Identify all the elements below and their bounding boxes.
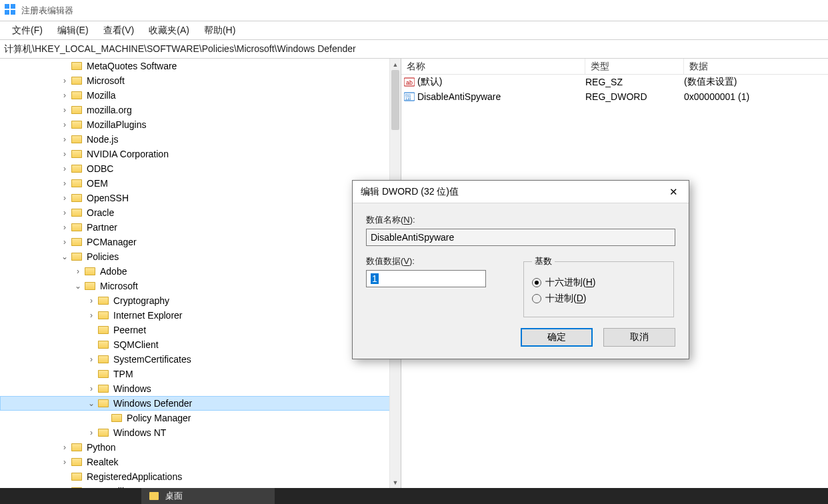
tree-node[interactable]: ›Python — [0, 440, 401, 455]
menu-favorites[interactable]: 收藏夹(A) — [142, 23, 196, 38]
expand-closed-icon[interactable]: › — [60, 91, 69, 100]
expand-closed-icon[interactable]: › — [60, 457, 69, 467]
tree-node[interactable]: TPM — [0, 367, 401, 381]
expand-open-icon[interactable]: ⌄ — [87, 399, 96, 408]
tree-scroll[interactable]: MetaQuotes Software›Microsoft›Mozilla›mo… — [0, 59, 401, 488]
expand-closed-icon[interactable]: › — [60, 164, 69, 173]
ok-button[interactable]: 确定 — [521, 328, 593, 347]
taskbar: 桌面 — [0, 488, 828, 504]
tree-node-label: Policy Manager — [124, 413, 194, 423]
folder-icon — [71, 208, 83, 217]
menu-file[interactable]: 文件(F) — [5, 23, 49, 38]
radio-dec[interactable]: 十进制(D) — [532, 293, 665, 305]
tree-node[interactable]: ›Adobe — [0, 264, 401, 279]
address-bar[interactable]: 计算机\HKEY_LOCAL_MACHINE\SOFTWARE\Policies… — [0, 40, 828, 59]
expand-closed-icon[interactable]: › — [60, 149, 69, 159]
tree-node[interactable]: ›Realtek — [0, 455, 401, 469]
tree-node[interactable]: ›Oracle — [0, 205, 401, 220]
tree-node[interactable]: ›Windows NT — [0, 425, 401, 440]
app-window: 注册表编辑器 文件(F) 编辑(E) 查看(V) 收藏夹(A) 帮助(H) 计算… — [0, 0, 828, 504]
tree-node[interactable]: ›NVIDIA Corporation — [0, 147, 401, 161]
taskbar-item[interactable]: 桌面 — [141, 488, 275, 504]
folder-icon — [97, 311, 109, 320]
expand-closed-icon[interactable]: › — [87, 428, 96, 437]
tree-node[interactable]: SQMClient — [0, 337, 401, 352]
expand-closed-icon[interactable]: › — [60, 443, 69, 452]
expand-closed-icon[interactable]: › — [60, 76, 69, 85]
cancel-button[interactable]: 取消 — [603, 328, 675, 347]
value-data-field[interactable]: 1 — [366, 270, 486, 287]
tree-node[interactable]: ›MozillaPlugins — [0, 117, 401, 132]
expand-closed-icon[interactable]: › — [60, 237, 69, 247]
close-icon[interactable]: ✕ — [667, 186, 681, 198]
tree-node[interactable]: ›ODBC — [0, 161, 401, 176]
tree-node[interactable]: ›OpenSSH — [0, 191, 401, 205]
expand-closed-icon[interactable]: › — [87, 355, 96, 364]
expand-closed-icon[interactable]: › — [60, 120, 69, 129]
value-row[interactable]: 011110DisableAntiSpywareREG_DWORD0x00000… — [401, 89, 828, 104]
expand-closed-icon[interactable]: › — [87, 311, 96, 320]
tree-node[interactable]: MetaQuotes Software — [0, 59, 401, 73]
folder-icon — [71, 135, 83, 144]
app-title: 注册表编辑器 — [21, 5, 73, 17]
expand-open-icon[interactable]: ⌄ — [60, 252, 69, 261]
expand-closed-icon[interactable]: › — [87, 384, 96, 393]
tree-node[interactable]: ⌄Policies — [0, 249, 401, 264]
expand-closed-icon[interactable]: › — [60, 179, 69, 188]
tree-node-label: RegisteredApplications — [84, 471, 185, 482]
scroll-down-icon[interactable]: ▼ — [390, 477, 401, 488]
folder-icon — [97, 369, 109, 379]
col-header-data[interactable]: 数据 — [684, 59, 828, 74]
radio-dec-button[interactable] — [532, 294, 541, 303]
tree-node-label: Partner — [84, 222, 120, 233]
svg-rect-1 — [11, 4, 15, 9]
tree-node-label: Node.js — [84, 134, 121, 145]
tree-node[interactable]: ›Partner — [0, 220, 401, 235]
scroll-thumb[interactable] — [391, 70, 399, 130]
tree-node[interactable]: ›Windows — [0, 381, 401, 396]
menu-edit[interactable]: 编辑(E) — [51, 23, 95, 38]
folder-icon — [71, 91, 83, 100]
expand-closed-icon[interactable]: › — [60, 105, 69, 115]
tree-node[interactable]: ›Node.js — [0, 132, 401, 147]
tree-node-label: Oracle — [84, 207, 117, 218]
tree-node-label: Cryptography — [111, 295, 172, 306]
tree-node[interactable]: ›Internet Explorer — [0, 308, 401, 323]
radio-hex[interactable]: 十六进制(H) — [532, 277, 665, 289]
tree-node-label: Peernet — [111, 325, 149, 335]
tree-node-label: Internet Explorer — [111, 310, 185, 321]
tree-node-label: SystemCertificates — [111, 354, 194, 365]
expand-closed-icon[interactable]: › — [60, 135, 69, 144]
expand-closed-icon[interactable]: › — [60, 223, 69, 232]
edit-dword-dialog: 编辑 DWORD (32 位)值 ✕ 数值名称(N): 数值数据(V): 1 — [352, 180, 689, 359]
tree-node[interactable]: ›OEM — [0, 176, 401, 191]
value-row[interactable]: ab(默认)REG_SZ(数值未设置) — [401, 75, 828, 89]
col-header-type[interactable]: 类型 — [585, 59, 684, 74]
tree-node[interactable]: ›Mozilla — [0, 88, 401, 103]
expand-closed-icon[interactable]: › — [87, 296, 96, 305]
tree-node-label: Realtek — [84, 457, 121, 467]
tree-node[interactable]: ⌄Microsoft — [0, 279, 401, 293]
tree-node[interactable]: ⌄Windows Defender — [0, 396, 401, 411]
col-header-name[interactable]: 名称 — [401, 59, 585, 74]
tree-node[interactable]: Policy Manager — [0, 411, 401, 425]
folder-icon — [97, 296, 109, 305]
expand-open-icon[interactable]: ⌄ — [73, 281, 83, 291]
expand-closed-icon[interactable]: › — [60, 208, 69, 217]
expand-closed-icon[interactable]: › — [60, 193, 69, 203]
value-name-field[interactable] — [366, 229, 675, 246]
tree-node[interactable]: ›Microsoft — [0, 73, 401, 88]
expand-closed-icon[interactable]: › — [73, 267, 83, 276]
scroll-up-icon[interactable]: ▲ — [390, 59, 401, 70]
tree-node[interactable]: Peernet — [0, 323, 401, 337]
tree-node[interactable]: ›mozilla.org — [0, 103, 401, 117]
tree-node-label: Python — [84, 442, 119, 453]
radio-hex-button[interactable] — [532, 278, 541, 287]
tree-node[interactable]: RegisteredApplications — [0, 469, 401, 484]
tree-node[interactable]: ›SystemCertificates — [0, 352, 401, 367]
menu-help[interactable]: 帮助(H) — [197, 23, 242, 38]
menu-view[interactable]: 查看(V) — [97, 23, 141, 38]
tree-node[interactable]: ›PCManager — [0, 235, 401, 249]
tree-node[interactable]: ›Cryptography — [0, 293, 401, 308]
dialog-title-bar[interactable]: 编辑 DWORD (32 位)值 ✕ — [353, 181, 689, 203]
